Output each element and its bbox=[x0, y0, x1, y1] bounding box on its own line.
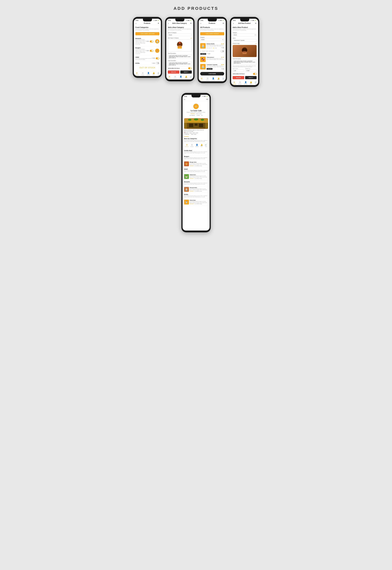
delete-btn-2[interactable]: DELETE bbox=[168, 71, 179, 74]
bottom-nav-account-1[interactable]: 👤 Account bbox=[147, 72, 150, 75]
available-stock-label-4: AVAILABLE IN Stock bbox=[233, 73, 245, 74]
name-input-4[interactable]: "Chocomoco" Cupcake bbox=[233, 39, 257, 42]
phone-2: 9:41 ▪▪▪ WiFi 🔋 ‹ Add a New Category ≡ A… bbox=[165, 17, 195, 87]
category-select[interactable]: Desert ▾ bbox=[200, 38, 224, 41]
bottom-nav-notif-1[interactable]: 🔔 Notif. bbox=[153, 72, 155, 75]
bottom-nav-groups-1[interactable]: ⊡ Groups bbox=[141, 72, 144, 75]
toggle-burgers[interactable] bbox=[150, 50, 153, 52]
save-btn-2[interactable]: SAVE ✦ bbox=[180, 71, 192, 74]
bottom-nav-products-5[interactable]: ⊞ Products bbox=[185, 144, 189, 147]
toggle-drinks[interactable] bbox=[156, 62, 159, 64]
upload-icon[interactable]: ✏ bbox=[191, 37, 192, 39]
bottom-nav-account-4[interactable]: 👤 Account bbox=[244, 81, 247, 85]
bottom-nav-account-5[interactable]: 👤 Account bbox=[196, 144, 199, 147]
available-stock-row-2: AVAILABLE IN Stock bbox=[168, 67, 192, 69]
restaurant-header: LC 'Le Casa' Cafe Burgers, Salads, Burri… bbox=[184, 102, 208, 118]
bottom-nav-1: ⊞ Products ⊡ Groups 👤 Account 🔔 Notif. bbox=[134, 71, 161, 76]
name-label-2: Name of Category bbox=[168, 32, 192, 33]
bottom-nav-notif-5[interactable]: 🔔 Notif. bbox=[200, 144, 203, 147]
phone-2-screen: 9:41 ▪▪▪ WiFi 🔋 ‹ Add a New Category ≡ A… bbox=[166, 19, 193, 79]
small-desc-input-4[interactable]: Lorem ipsum dolor sit amet, consectetur … bbox=[233, 60, 257, 64]
menu-icon-4[interactable]: ≡ bbox=[255, 22, 256, 24]
drink-item-desc: Cras blandit consequat sapien ut cursus.… bbox=[190, 201, 208, 203]
edit-muffin-btn[interactable]: ✎ Edit bbox=[221, 47, 224, 48]
time-3: 9:41 bbox=[200, 20, 203, 21]
bottom-nav-groups-2[interactable]: ⊡ Groups bbox=[174, 76, 177, 79]
nav-title-4: Add New Product bbox=[238, 22, 251, 24]
bottom-nav-account-3[interactable]: 👤 Account bbox=[211, 77, 215, 81]
menu-item-dessert: 🧁 Dessert item Cras blandit consequat sa… bbox=[184, 186, 208, 193]
name-input-2[interactable]: Desert bbox=[168, 34, 192, 36]
bottom-nav-groups-3[interactable]: ⊡ Groups bbox=[206, 77, 209, 81]
menu-icon-5[interactable]: ≡ bbox=[206, 98, 208, 101]
edit-desserts-btn[interactable]: ✎ Edit bbox=[146, 41, 149, 42]
category-name-drinks: Drinks bbox=[135, 62, 152, 64]
delete-btn-4[interactable]: DELETE bbox=[233, 76, 244, 79]
save-btn-4[interactable]: SAVE ✦ bbox=[245, 76, 257, 79]
bottom-nav-groups-4[interactable]: ⊡ Groups bbox=[238, 81, 241, 85]
toggle-stock-4[interactable] bbox=[253, 73, 257, 75]
edit-burgers-btn[interactable]: ✎ Edit bbox=[146, 50, 149, 51]
back-icon-5[interactable]: ‹ bbox=[184, 98, 185, 101]
svg-rect-19 bbox=[199, 124, 203, 127]
svg-point-4 bbox=[179, 42, 181, 44]
back-icon-2[interactable]: ‹ bbox=[168, 22, 169, 24]
bottom-nav-cart-3[interactable]: 🛒 Cart bbox=[222, 77, 224, 81]
dessert-item-stars: ★★★★☆ 4.4 (3,560) ratings bbox=[190, 190, 208, 192]
bottom-nav-products-4[interactable]: ⊞ Products bbox=[232, 81, 236, 85]
menu-icon-3[interactable]: ≡ bbox=[223, 22, 224, 24]
dessert-item-name: Dessert item bbox=[190, 187, 208, 188]
edit-drinks-btn[interactable]: ✎ Edit bbox=[152, 63, 155, 64]
salad-item-name: Salad item bbox=[190, 174, 208, 175]
chevron-down-icon: ▾ bbox=[223, 39, 223, 40]
bottom-nav-notif-2[interactable]: 🔔 Notif. bbox=[185, 76, 187, 79]
edit-salad-btn[interactable]: ✎ Edit bbox=[152, 58, 155, 59]
menu-icon-1[interactable]: ≡ bbox=[158, 22, 159, 24]
subtitle-4: Driver license number is needed. If driv… bbox=[233, 29, 257, 31]
screen-content-3: All Products Driver license number is ne… bbox=[199, 25, 226, 77]
wifi-icon: WiFi bbox=[155, 20, 157, 21]
toggle-desserts[interactable] bbox=[150, 41, 153, 42]
bottom-nav-products-2[interactable]: ⊞ Products bbox=[168, 76, 171, 79]
bottom-nav-products-1[interactable]: ⊞ Products bbox=[135, 72, 139, 75]
back-icon-4[interactable]: ‹ bbox=[233, 22, 234, 24]
load-more-btn[interactable]: LOAD MORE bbox=[200, 72, 224, 75]
category-item-desserts: Desserts Cras blandit consequat sapien u… bbox=[135, 37, 159, 46]
toggle-salad[interactable] bbox=[156, 57, 159, 59]
signal-icon: ▪▪▪ bbox=[154, 20, 154, 21]
bottom-nav-groups-5[interactable]: ⊡ Groups bbox=[190, 144, 194, 147]
edit-chocomoco-btn[interactable]: ✎ Edit bbox=[207, 53, 210, 55]
upload-icon-4[interactable]: ✏ bbox=[255, 43, 257, 44]
bottom-nav-cart-4[interactable]: 🛒 Cart bbox=[255, 81, 257, 85]
bottom-nav-cart-1[interactable]: 🛒 Cart bbox=[157, 72, 160, 75]
back-icon-1[interactable]: ‹ bbox=[136, 22, 137, 24]
menu-icon-2[interactable]: ≡ bbox=[190, 22, 192, 24]
toggle-oos[interactable] bbox=[221, 50, 224, 52]
back-icon-3[interactable]: ‹ bbox=[200, 22, 201, 24]
edit-laravela-btn[interactable]: ✎ Edit bbox=[221, 68, 224, 70]
chocomoco-img: 🍫 bbox=[200, 57, 206, 62]
extra-desc-4: amet, consectetur adipiscing inc. Morbi … bbox=[233, 65, 257, 67]
category-select-4[interactable]: Desert ▾ bbox=[233, 34, 257, 36]
add-category-btn[interactable]: + ADD A NEW CATEGORY bbox=[135, 32, 159, 35]
bottom-nav-cart-5[interactable]: 🛒 Cart bbox=[205, 144, 207, 147]
status-icons-1: ▪▪▪ WiFi 🔋 bbox=[154, 20, 159, 21]
burgers-name-5: Burgers bbox=[184, 156, 208, 157]
bottom-nav-notif-3[interactable]: 🔔 Notif. bbox=[217, 77, 220, 81]
weight-input-4[interactable]: 0.500 bbox=[245, 69, 257, 72]
bottom-nav-5-inline: ⊞ Products ⊡ Groups 👤 Account 🔔 bbox=[184, 143, 208, 148]
large-desc-input[interactable]: Lorem ipsum dolor sit amet, consectetur … bbox=[168, 61, 192, 66]
bottom-nav-account-2[interactable]: 👤 Account bbox=[179, 76, 182, 79]
toggle-stock-2[interactable] bbox=[188, 67, 192, 69]
restaurant-tags: Burgers, Salads, Burritos, Sandwiches, D… bbox=[185, 112, 207, 113]
restaurant-img bbox=[184, 118, 208, 129]
burger-img: 🍔 bbox=[155, 49, 159, 53]
bottom-nav-cart-2[interactable]: 🛒 Cart bbox=[190, 76, 192, 79]
bottom-nav-products-3[interactable]: ⊞ Products bbox=[200, 77, 204, 81]
product-image-area-4[interactable] bbox=[233, 45, 257, 57]
small-desc-input[interactable]: Lorem ipsum dolor sit amet, consectetur … bbox=[168, 54, 192, 59]
price-input-4[interactable]: 1.65 bbox=[233, 69, 244, 72]
add-product-btn[interactable]: + ADD A NEW PRODUCT bbox=[200, 32, 224, 35]
bottom-nav-notif-4[interactable]: 🔔 Notif. bbox=[250, 81, 252, 85]
image-upload-area[interactable] bbox=[168, 40, 192, 52]
